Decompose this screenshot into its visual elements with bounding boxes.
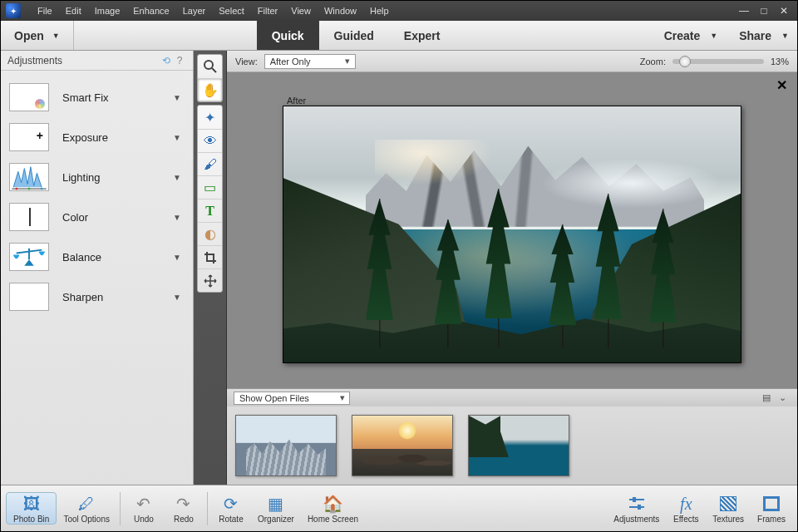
heal-tool[interactable]: ◐	[198, 222, 222, 245]
brush-icon: 🖌	[204, 157, 217, 172]
maximize-button[interactable]: □	[756, 4, 772, 17]
undo-button[interactable]: ↶ Undo	[124, 493, 164, 524]
toolbar: ✋ ✦ 👁 🖌 ▭ T ◐	[194, 51, 227, 485]
menu-bar: File Edit Image Enhance Layer Select Fil…	[1, 1, 797, 21]
minimize-button[interactable]: —	[736, 4, 752, 17]
rotate-icon: ⟳	[224, 493, 238, 515]
svg-rect-12	[638, 505, 641, 510]
text-tool[interactable]: T	[198, 199, 222, 222]
menu-window[interactable]: Window	[318, 6, 363, 16]
tab-quick[interactable]: Quick	[257, 21, 319, 50]
adj-lighting[interactable]: Lighting ▼	[1, 157, 193, 197]
menu-select[interactable]: Select	[212, 6, 251, 16]
reset-icon[interactable]: ⟲	[160, 55, 173, 66]
patch-icon: ◐	[204, 226, 216, 242]
zoom-label: Zoom:	[640, 57, 666, 66]
close-document-button[interactable]: ✕	[776, 77, 787, 93]
photo-bin-icon: 🖼	[23, 493, 40, 515]
tab-expert[interactable]: Expert	[389, 21, 456, 50]
bin-collapse-icon[interactable]: ⌄	[775, 392, 791, 403]
redeye-tool[interactable]: 👁	[198, 129, 222, 152]
canvas-area: View: After Only Zoom: 13% ✕ After	[227, 51, 797, 485]
top-bar: Open ▼ Quick Guided Expert Create ▼ Shar…	[1, 21, 797, 51]
crop-tool[interactable]	[198, 245, 222, 268]
bin-thumbnail-1[interactable]	[235, 415, 337, 476]
adj-exposure[interactable]: −+ Exposure ▼	[1, 117, 193, 157]
open-button[interactable]: Open ▼	[1, 21, 74, 50]
smart-fix-icon	[9, 83, 49, 111]
zoom-tool[interactable]	[198, 55, 222, 78]
chevron-down-icon: ▼	[173, 93, 181, 102]
mode-tabs: Quick Guided Expert	[257, 21, 456, 50]
open-label: Open	[14, 29, 44, 42]
menu-filter[interactable]: Filter	[251, 6, 284, 16]
after-label: After	[287, 96, 306, 106]
svg-line-8	[212, 68, 216, 72]
svg-marker-6	[24, 259, 33, 266]
photo-bin	[227, 406, 797, 485]
zoom-slider[interactable]	[672, 59, 764, 64]
adj-smart-fix[interactable]: Smart Fix ▼	[1, 77, 193, 117]
quick-select-tool[interactable]: ✦	[198, 106, 222, 129]
create-button[interactable]: Create ▼	[651, 21, 727, 50]
redo-button[interactable]: ↷ Redo	[164, 493, 204, 524]
chevron-down-icon: ▼	[173, 173, 181, 182]
chevron-down-icon: ▼	[781, 32, 789, 40]
chevron-down-icon: ▼	[173, 253, 181, 262]
photo-bin-button[interactable]: 🖼 Photo Bin	[6, 492, 57, 525]
chevron-down-icon: ▼	[52, 32, 60, 40]
close-button[interactable]: ✕	[776, 4, 792, 17]
bin-thumbnail-2[interactable]	[352, 415, 453, 476]
frames-icon	[763, 493, 780, 515]
organizer-button[interactable]: ▦ Organizer	[251, 493, 301, 524]
tool-options-icon: 🖊	[78, 493, 95, 515]
adj-balance[interactable]: Balance ▼	[1, 237, 193, 277]
adj-color[interactable]: Color ▼	[1, 197, 193, 237]
sliders-icon	[628, 493, 646, 515]
canvas-image[interactable]	[283, 106, 741, 363]
adjustments-header: Adjustments ⟲ ?	[1, 51, 193, 71]
redo-icon: ↷	[176, 493, 190, 515]
chevron-down-icon: ▼	[710, 32, 717, 40]
home-button[interactable]: 🏠 Home Screen	[301, 493, 365, 524]
menu-enhance[interactable]: Enhance	[126, 6, 175, 16]
frames-button[interactable]: Frames	[751, 493, 792, 524]
view-dropdown[interactable]: After Only	[264, 54, 356, 69]
spot-heal-tool[interactable]: ▭	[198, 175, 222, 199]
help-icon[interactable]: ?	[173, 55, 186, 66]
tab-guided[interactable]: Guided	[319, 21, 389, 50]
whiten-tool[interactable]: 🖌	[198, 152, 222, 175]
menu-help[interactable]: Help	[363, 6, 396, 16]
menu-image[interactable]: Image	[88, 6, 127, 16]
adj-sharpen[interactable]: Sharpen ▼	[1, 277, 193, 317]
organizer-icon: ▦	[268, 493, 283, 515]
view-label: View:	[235, 57, 258, 66]
zoom-value: 13%	[771, 57, 789, 66]
menu-file[interactable]: File	[31, 6, 59, 16]
menu-edit[interactable]: Edit	[59, 6, 88, 16]
bin-dropdown[interactable]: Show Open Files	[234, 392, 350, 405]
svg-point-3	[41, 188, 43, 190]
photo-bin-bar: Show Open Files ▤ ⌄	[227, 388, 797, 406]
move-tool[interactable]	[198, 268, 222, 292]
textures-button[interactable]: Textures	[706, 493, 751, 524]
share-button[interactable]: Share ▼	[726, 21, 797, 50]
menu-layer[interactable]: Layer	[176, 6, 213, 16]
effects-button[interactable]: fx Effects	[666, 493, 706, 524]
chevron-down-icon: ▼	[173, 133, 181, 142]
tool-options-button[interactable]: 🖊 Tool Options	[57, 493, 116, 524]
text-icon: T	[205, 204, 214, 219]
bin-thumbnail-3[interactable]	[468, 415, 569, 476]
menu-view[interactable]: View	[284, 6, 318, 16]
sharpen-icon	[9, 283, 49, 311]
bin-menu-icon[interactable]: ▤	[758, 392, 775, 403]
svg-rect-10	[633, 497, 636, 502]
view-bar: View: After Only Zoom: 13%	[227, 51, 797, 72]
adjustments-button[interactable]: Adjustments	[607, 493, 666, 524]
hand-icon: ✋	[202, 82, 219, 98]
canvas-viewport: ✕ After	[227, 72, 797, 388]
hand-tool[interactable]: ✋	[198, 78, 222, 101]
svg-point-1	[16, 188, 18, 190]
lighting-icon	[9, 163, 49, 191]
rotate-button[interactable]: ⟳ Rotate	[211, 493, 251, 524]
